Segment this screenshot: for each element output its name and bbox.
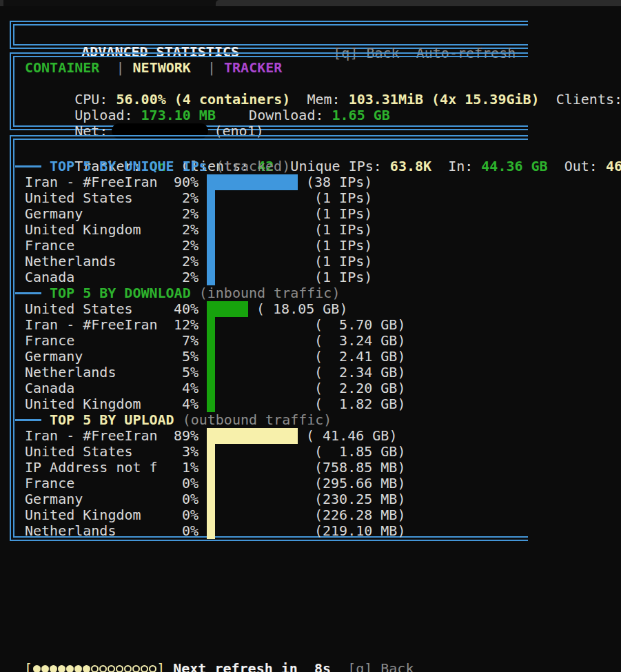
row-bar [207,317,215,333]
row-percent: 7% [135,333,198,349]
progress-dot-filled [58,665,65,672]
section-subtitle: (outbound traffic) [174,411,332,428]
row-percent: 3% [135,444,198,460]
row-value: (1 IPs) [314,190,372,206]
row-bar [207,380,215,396]
row-label: Netherlands [25,523,116,539]
chart-row: France0%(295.66 MB) [25,476,621,491]
row-bar [207,460,215,476]
row-label: Netherlands [25,365,116,380]
title-box: ADVANCED STATISTICS [q] Back Auto-refres… [10,21,528,49]
row-percent: 4% [135,380,198,396]
section-subtitle: (tracked) [207,158,290,174]
row-label: Canada [25,380,74,396]
section-connector-line [15,165,41,167]
tab-network[interactable]: NETWORK [133,59,191,76]
chart-row: United Kingdom0%(226.28 MB) [25,507,621,523]
row-value: ( 2.41 GB) [314,349,405,365]
window-tab-bar [0,0,621,6]
progress-bracket-open: [ [24,660,32,672]
row-label: France [25,476,74,491]
row-percent: 5% [135,349,198,365]
chart-row: United States40%( 18.05 GB) [25,301,621,317]
row-bar [207,333,215,349]
refresh-seconds: 8s [314,660,331,672]
tab-tracker[interactable]: TRACKER [224,59,282,76]
chart-row: United States2%(1 IPs) [25,190,621,206]
row-percent: 2% [135,254,198,269]
progress-dot-filled [33,665,41,672]
chart-row: Netherlands2%(1 IPs) [25,254,621,269]
row-bar [207,507,215,523]
row-bar [207,190,215,206]
chart-row: IP Address not f1%(758.85 MB) [25,460,621,476]
row-value: (1 IPs) [314,238,372,254]
row-value: (1 IPs) [314,206,372,222]
progress-dot-filled [41,665,49,672]
row-bar [207,174,298,190]
row-value: ( 3.24 GB) [314,333,405,349]
progress-dot-empty [141,665,148,672]
row-percent: 0% [135,491,198,507]
chart-row: Iran - #FreeIran90%(38 IPs) [25,174,621,190]
row-value: (1 IPs) [314,269,372,285]
row-percent: 40% [135,301,198,317]
row-label: United Kingdom [25,396,141,412]
row-bar [207,301,248,317]
row-bar [207,523,215,539]
tab-separator: | [191,59,224,76]
row-label: United States [25,444,133,460]
row-label: United Kingdom [25,222,141,238]
row-label: Germany [25,349,83,365]
transfer-row: Upload: 173.10 MB Download: 1.65 GB [25,92,621,108]
row-percent: 0% [135,507,198,523]
chart-row: Canada2%(1 IPs) [25,269,621,285]
tab-container[interactable]: CONTAINER [25,59,99,76]
section-title: TOP 5 BY UPLOAD [50,411,174,428]
chart-row: Netherlands0%(219.10 MB) [25,523,621,539]
progress-dot-filled [66,665,74,672]
row-label: United States [25,190,133,206]
row-label: France [25,238,74,254]
progress-dot-empty [108,665,115,672]
chart-row: Netherlands5%( 2.34 GB) [25,365,621,380]
progress-dot-empty [132,665,140,672]
chart-row: United Kingdom2%(1 IPs) [25,222,621,238]
row-bar [207,269,215,285]
row-bar [207,206,215,222]
net-row: Net: (eno1) [25,108,621,123]
chart-row: France7%( 3.24 GB) [25,333,621,349]
progress-dot-empty [124,665,132,672]
row-percent: 5% [135,365,198,380]
row-value: ( 5.70 GB) [314,317,405,333]
stats-box: CONTAINER | NETWORK | TRACKER CPU: 56.00… [10,52,528,130]
chart-row: Germany2%(1 IPs) [25,206,621,222]
row-label: Canada [25,269,74,285]
row-bar [207,491,215,507]
row-value: ( 2.34 GB) [314,365,405,380]
section-title: TOP 5 BY UNIQUE IPs [50,158,207,174]
row-label: France [25,333,74,349]
row-value: (758.85 MB) [314,460,405,476]
chart-row: France2%(1 IPs) [25,238,621,254]
progress-dot-empty [91,665,99,672]
progress-dot-filled [83,665,90,672]
section-connector-line [15,419,41,421]
chart-row: United Kingdom4%( 1.82 GB) [25,396,621,412]
tab-separator: | [99,59,132,76]
chart-row: Iran - #FreeIran89%( 41.46 GB) [25,428,621,444]
row-bar [207,349,215,365]
footer-gap [331,660,347,672]
row-bar [207,238,215,254]
row-value: (38 IPs) [306,174,372,190]
row-percent: 89% [135,428,198,444]
tab-strip: CONTAINER | NETWORK | TRACKER [25,60,621,76]
footer-back-hint[interactable]: [q] Back [347,660,414,672]
row-value: (230.25 MB) [314,491,405,507]
chart-row: Germany0%(230.25 MB) [25,491,621,507]
row-value: (1 IPs) [314,254,372,269]
chart-row: United States3%( 1.85 GB) [25,444,621,460]
progress-bracket-close: ] [156,660,165,672]
cpu-mem-row: CPU: 56.00% (4 containers) Mem: 103.31Mi… [25,76,621,92]
section-subtitle: (inbound traffic) [191,285,340,301]
